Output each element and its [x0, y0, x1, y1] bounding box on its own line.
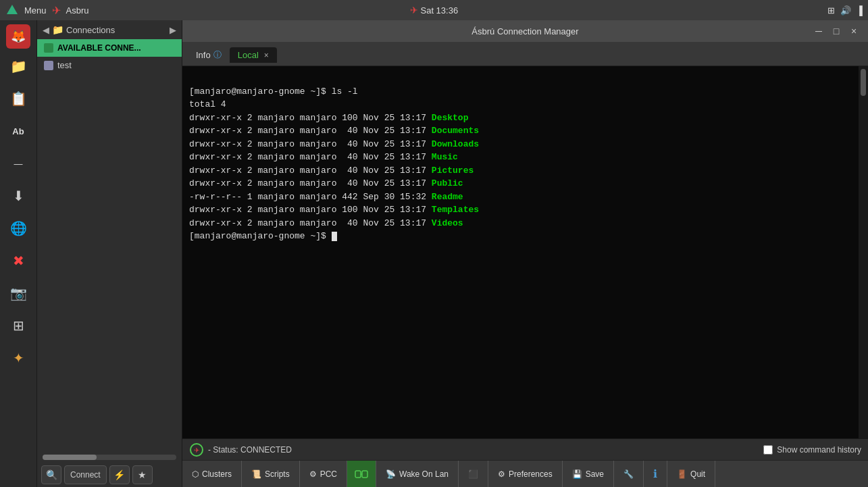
available-dot-icon — [44, 43, 53, 53]
wake-on-lan-icon: 📡 — [386, 469, 396, 479]
arrow-right-icon[interactable]: ▶ — [170, 25, 176, 35]
system-bar-right: ⊞ 🔊 ▐ — [577, 5, 863, 16]
quit-label: Quit — [690, 469, 705, 479]
pcc-label: PCC — [320, 469, 337, 479]
test-conn-icon — [44, 61, 53, 70]
connections-taskbar-icon — [354, 467, 369, 482]
maximize-btn[interactable]: □ — [830, 25, 842, 37]
preferences-btn[interactable]: ⚙ Preferences — [488, 461, 563, 487]
clusters-icon: ⬡ — [192, 469, 199, 479]
connections-label: Connections — [66, 25, 115, 35]
minimize-btn[interactable]: ─ — [813, 25, 825, 37]
tools-icon: 🔧 — [623, 469, 634, 479]
terminal-container: [manjaro@manjaro-gnome ~]$ ls -l total 4… — [182, 66, 868, 438]
left-panel: ◀ 📁 Connections ▶ AVAILABLE CONNE... tes… — [37, 20, 182, 487]
tab-close-icon[interactable]: × — [264, 51, 269, 60]
show-history-label: Show command history — [777, 445, 861, 455]
close-btn[interactable]: × — [848, 25, 860, 37]
connection-item-test[interactable]: test — [37, 57, 182, 74]
sidebar-camera-icon[interactable]: 📷 — [3, 278, 33, 308]
sidebar-icons: 🦊 📁 📋 Ab — ⬇ 🌐 ✖ 📷 ⊞ ✦ — [0, 20, 37, 487]
battery-icon: ▐ — [857, 5, 863, 16]
svg-text:✈: ✈ — [194, 446, 199, 454]
connections-taskbar-btn[interactable] — [347, 461, 376, 487]
bolt-panel-btn[interactable]: ⚡ — [109, 465, 130, 484]
status-icon: ✈ — [189, 442, 204, 457]
status-bar: ✈ - Status: CONNECTED Show command histo… — [182, 438, 868, 460]
scripts-btn[interactable]: 📜 Scripts — [242, 461, 300, 487]
sidebar-files-icon[interactable]: 📁 — [3, 51, 33, 81]
term-line-0: [manjaro@manjaro-gnome ~]$ ls -l total 4… — [189, 86, 479, 242]
svg-rect-4 — [362, 471, 367, 478]
tools-btn[interactable]: 🔧 — [614, 461, 644, 487]
scripts-label: Scripts — [265, 469, 290, 479]
clusters-btn[interactable]: ⬡ Clusters — [182, 461, 242, 487]
sidebar-download-icon[interactable]: ⬇ — [3, 181, 33, 211]
os-logo-icon[interactable] — [5, 3, 19, 17]
system-bar: Menu ✈ Asbru ✈ Sat 13:36 ⊞ 🔊 ▐ — [0, 0, 868, 20]
status-right: Show command history — [763, 445, 861, 455]
star-panel-btn[interactable]: ★ — [132, 465, 153, 484]
pcc-btn[interactable]: ⚙ PCC — [300, 461, 347, 487]
svg-marker-0 — [7, 5, 18, 14]
preferences-label: Preferences — [509, 469, 553, 479]
save-btn[interactable]: 💾 Save — [563, 461, 614, 487]
taskbar: ⬡ Clusters 📜 Scripts ⚙ PCC 📡 Wake O — [182, 460, 868, 487]
panel-scroll-area — [37, 452, 182, 463]
clusters-label: Clusters — [202, 469, 232, 479]
sidebar-star2-icon[interactable]: ✦ — [3, 343, 33, 373]
wake-on-lan-label: Wake On Lan — [399, 469, 449, 479]
sidebar-grid2-icon[interactable]: ⊞ — [3, 311, 33, 340]
terminal-content[interactable]: [manjaro@manjaro-gnome ~]$ ls -l total 4… — [182, 66, 859, 438]
info-tab-label: Info — [196, 50, 211, 60]
window-titlebar: Ásbrú Connection Manager ─ □ × — [182, 20, 868, 42]
connect-panel-btn[interactable]: Connect — [64, 465, 107, 484]
panel-scrollbar-thumb[interactable] — [43, 455, 97, 460]
system-bar-center: ✈ Sat 13:36 — [291, 5, 577, 16]
connections-header: ◀ 📁 Connections ▶ — [37, 20, 182, 39]
wake-on-lan-btn[interactable]: 📡 Wake On Lan — [376, 461, 459, 487]
terminal-taskbar-btn[interactable]: ⬛ — [459, 461, 488, 487]
grid-icon[interactable]: ⊞ — [827, 5, 835, 16]
tab-info[interactable]: Info ⓘ — [188, 47, 230, 63]
sidebar-notes-icon[interactable]: 📋 — [3, 84, 33, 113]
panel-scrollbar[interactable] — [43, 455, 176, 460]
help-icon: ℹ — [653, 467, 657, 480]
sidebar-globe-icon[interactable]: 🌐 — [3, 213, 33, 243]
available-label: AVAILABLE CONNE... — [57, 43, 141, 53]
connections-folder-icon: 📁 — [52, 24, 63, 35]
asbru-label[interactable]: Asbru — [66, 5, 89, 16]
datetime: Sat 13:36 — [420, 5, 458, 16]
scripts-icon: 📜 — [251, 469, 261, 479]
save-icon: 💾 — [572, 469, 582, 479]
status-text: - Status: CONNECTED — [208, 445, 292, 455]
sidebar-firefox-icon[interactable]: 🦊 — [6, 24, 30, 49]
quit-btn[interactable]: 🚪 Quit — [667, 461, 715, 487]
search-panel-btn[interactable]: 🔍 — [41, 465, 61, 484]
panel-bottom-buttons: 🔍 Connect ⚡ ★ — [37, 463, 182, 487]
terminal-scrollbar[interactable] — [859, 66, 868, 438]
sidebar-dash-icon[interactable]: — — [3, 149, 33, 178]
terminal-scrollbar-thumb[interactable] — [861, 69, 866, 96]
window-title: Ásbrú Connection Manager — [413, 26, 636, 36]
local-tab-label: Local — [238, 50, 259, 60]
available-connections-bar[interactable]: AVAILABLE CONNE... — [37, 39, 182, 57]
save-label: Save — [586, 469, 604, 479]
info-circle-icon: ⓘ — [213, 49, 222, 61]
asbru-icon: ✈ — [52, 4, 61, 17]
help-btn[interactable]: ℹ — [644, 461, 667, 487]
show-history-checkbox[interactable] — [763, 445, 773, 455]
svg-rect-3 — [355, 471, 361, 478]
tabs-row: Info ⓘ Local × — [182, 42, 868, 66]
speaker-icon[interactable]: 🔊 — [840, 5, 851, 16]
asbru-icon-center: ✈ — [410, 5, 418, 16]
titlebar-controls: ─ □ × — [637, 25, 860, 37]
main-container: 🦊 📁 📋 Ab — ⬇ 🌐 ✖ 📷 ⊞ ✦ ◀ 📁 Connections ▶… — [0, 20, 868, 487]
tab-local[interactable]: Local × — [230, 47, 277, 63]
terminal-cursor — [332, 232, 337, 241]
arrow-left-icon[interactable]: ◀ — [43, 25, 49, 35]
menu-label[interactable]: Menu — [24, 5, 47, 16]
sidebar-text-icon[interactable]: Ab — [3, 116, 33, 146]
quit-icon: 🚪 — [677, 469, 687, 479]
sidebar-error-icon[interactable]: ✖ — [3, 246, 33, 276]
